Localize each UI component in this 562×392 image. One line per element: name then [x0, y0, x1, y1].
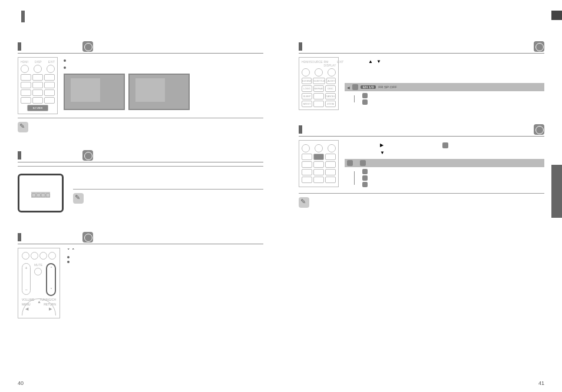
header-marker [21, 11, 25, 22]
nav-right-icon: ▶ [380, 143, 384, 148]
transport-btn[interactable] [22, 252, 29, 260]
nav-left[interactable]: ◀ [25, 307, 28, 311]
nav-down-icon: ▼ [380, 151, 385, 155]
aspect-preview-normal [128, 74, 190, 110]
section-marker [18, 151, 21, 160]
page-number-right: 41 [538, 380, 544, 386]
nav-down-icon: ▼ [376, 59, 381, 64]
osd-audio-bar: ◀ EN 1/3 FR SP OFF [345, 83, 544, 91]
section-marker [18, 42, 21, 51]
volume-rocker[interactable]: + − [22, 263, 31, 295]
nav-right[interactable]: ▶ [49, 307, 52, 311]
tuning-rocker[interactable]: ˄ ˅ [46, 263, 56, 296]
section-marker [18, 233, 21, 241]
section-marker [299, 42, 302, 51]
osd-audio-selected: EN 1/3 [361, 85, 376, 89]
subtitle-button[interactable] [313, 154, 324, 160]
disc-icon [534, 124, 544, 135]
osd-subtitle-bar [345, 159, 544, 167]
bullet-icon [67, 256, 70, 258]
nav-up[interactable]: ▲ [37, 300, 41, 304]
note-icon [18, 122, 28, 132]
audio-icon [352, 84, 358, 90]
side-tab [551, 165, 562, 218]
transport-btn[interactable] [39, 252, 47, 260]
remote-panel-audio: HDMI/SOURCERM DISPLAYEXIT EZVIEWSUBTITLE… [299, 57, 339, 110]
note-icon [299, 197, 309, 208]
subtitle-icon [360, 160, 366, 166]
remote-panel-ezview: HDMIDISPEXIT EZ VIEW [18, 57, 58, 114]
remote-panel-subtitle [299, 140, 339, 187]
disc-icon [82, 41, 93, 52]
osd-option-icon [362, 93, 368, 98]
disc-icon [82, 150, 93, 161]
aspect-preview-wide [64, 74, 125, 110]
header-marker-right [551, 11, 562, 20]
transport-btn[interactable] [48, 252, 56, 260]
note-icon [73, 193, 84, 204]
osd-option-icon [362, 182, 368, 187]
tuning-icons: ˅ ˄ [67, 248, 75, 254]
disc-icon [82, 232, 93, 242]
bullet-icon [64, 59, 66, 62]
osd-audio-rest: FR SP OFF [378, 85, 396, 89]
tv-screen-zoom [18, 174, 64, 212]
osd-option-icon [362, 175, 368, 181]
transport-btn[interactable] [31, 252, 38, 260]
ezview-button[interactable]: EZ VIEW [27, 105, 48, 111]
page-number-left: 40 [18, 380, 24, 386]
subtitle-icon [347, 160, 353, 166]
subtitle-icon [442, 142, 448, 148]
bullet-icon [64, 67, 66, 69]
chevron-down-icon: ˅ [50, 288, 52, 293]
osd-option-icon [362, 169, 368, 174]
osd-option-icon [362, 99, 368, 105]
remote-panel-tuning: + − MUTE ˄ ˅ VOLUME TUNING/CH MENU RETUR… [18, 248, 60, 318]
disc-icon [534, 41, 544, 52]
chevron-up-icon: ˄ [50, 267, 52, 271]
section-marker [299, 125, 302, 134]
nav-up-icon: ▲ [368, 59, 373, 64]
bullet-icon [67, 261, 70, 263]
